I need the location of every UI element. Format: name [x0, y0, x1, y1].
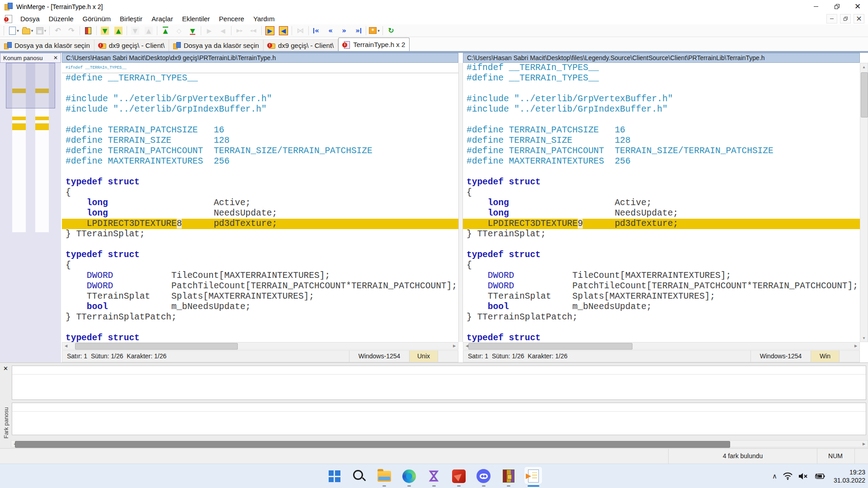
visible-area-overlay[interactable]: [6, 63, 55, 108]
red-app-icon: [452, 469, 466, 483]
restore-icon: [835, 4, 840, 9]
undo-button[interactable]: [51, 25, 65, 37]
dropdown-icon[interactable]: ▾: [31, 28, 33, 33]
last-difference-button[interactable]: [186, 25, 199, 37]
close-button[interactable]: ✕: [847, 0, 868, 13]
tab-terraintype[interactable]: TerrainType.h x 2: [338, 38, 410, 51]
left-horizontal-scrollbar-thumb[interactable]: [75, 343, 238, 350]
diff-pane-close-button[interactable]: ✕: [3, 365, 8, 372]
file-explorer-button[interactable]: [372, 464, 396, 488]
scroll-down-icon[interactable]: ▼: [860, 334, 868, 342]
next-conflict-button[interactable]: [128, 25, 142, 37]
redo-button[interactable]: [65, 25, 78, 37]
left-horizontal-scrollbar[interactable]: ◀ ▶: [62, 342, 458, 350]
menu-item-araclar[interactable]: Araçlar: [147, 13, 178, 24]
visual-studio-button[interactable]: [421, 464, 446, 488]
minimize-button[interactable]: [806, 0, 826, 13]
code-editor-right[interactable]: #ifndef __TERRAIn_TYPES__#define __TERRA…: [463, 63, 860, 342]
first-file-button[interactable]: [310, 25, 324, 37]
pane-splitter[interactable]: [458, 63, 463, 342]
save-button[interactable]: ▾: [34, 25, 48, 37]
winrar-button[interactable]: [496, 464, 521, 488]
taskbar-clock[interactable]: 19:23 31.03.2022: [834, 468, 865, 484]
previous-conflict-button[interactable]: [142, 25, 156, 37]
scroll-left-icon[interactable]: ◀: [62, 343, 70, 349]
dropdown-icon[interactable]: ▾: [44, 28, 47, 33]
battery-icon[interactable]: [814, 473, 825, 480]
dropdown-icon[interactable]: ▾: [17, 28, 19, 33]
winmerge-button[interactable]: [521, 464, 546, 488]
menu-item-yardim[interactable]: Yardım: [249, 13, 279, 24]
discord-button[interactable]: [471, 464, 496, 488]
volume-muted-icon[interactable]: [798, 472, 808, 480]
previous-difference-button[interactable]: [112, 25, 125, 37]
right-horizontal-scrollbar-thumb[interactable]: [468, 343, 632, 350]
edge-button[interactable]: [396, 464, 421, 488]
new-button[interactable]: ▾: [7, 25, 21, 37]
mdi-restore-button[interactable]: [840, 14, 851, 23]
menu-item-gorunum[interactable]: Görünüm: [78, 13, 116, 24]
refresh-button[interactable]: [384, 25, 398, 37]
dropdown-icon[interactable]: ▾: [377, 28, 380, 33]
restore-button[interactable]: [826, 0, 847, 13]
copy-all-left-button[interactable]: [277, 25, 290, 37]
copy-left-advance-button[interactable]: [246, 25, 260, 37]
last-file-button[interactable]: [351, 25, 364, 37]
code-line: TTerainSplat Splats[MAXTERRAINTEXTURES];: [62, 291, 458, 302]
auto-merge-button[interactable]: [293, 25, 307, 37]
menu-item-pencere[interactable]: Pencere: [214, 13, 249, 24]
code-line: #include "../eterlib/GrpIndexBuffer.h": [62, 104, 458, 115]
tab-dx9-gecis-1[interactable]: dx9 geçiş\ - Client\: [94, 39, 169, 51]
copy-right-advance-button[interactable]: [233, 25, 246, 37]
vertical-scrollbar-thumb[interactable]: [861, 72, 868, 117]
location-pane-close-button[interactable]: ✕: [53, 55, 58, 61]
scroll-right-icon[interactable]: ▶: [860, 441, 868, 447]
diff-pane-scrollbar[interactable]: ◀ ▶: [11, 440, 868, 447]
search-button[interactable]: [347, 464, 372, 488]
code-line: #ifndef __TERRAIn_TYPES__: [62, 63, 458, 73]
copy-left-button[interactable]: [216, 25, 230, 37]
scroll-right-icon[interactable]: ▶: [451, 343, 458, 349]
options-button[interactable]: [81, 25, 95, 37]
clock-time: 19:23: [834, 468, 865, 476]
next-difference-button[interactable]: [98, 25, 112, 37]
scroll-right-icon[interactable]: ▶: [852, 343, 859, 349]
open-button[interactable]: ▾: [21, 25, 34, 37]
next-file-button[interactable]: [337, 25, 351, 37]
current-difference-button[interactable]: [172, 25, 186, 37]
right-horizontal-scrollbar[interactable]: ◀ ▶: [463, 342, 860, 350]
tab-folder-select-1[interactable]: Dosya ya da klasör seçin: [0, 39, 94, 51]
tab-dx9-gecis-2[interactable]: dx9 geçiş\ - Client\: [264, 39, 338, 51]
menu-item-duzenle[interactable]: Düzenle: [44, 13, 78, 24]
first-difference-button[interactable]: [159, 25, 172, 37]
code-line: #define TERRAIN_PATCHCOUNT TERRAIN_SIZE/…: [463, 146, 860, 156]
mdi-minimize-button[interactable]: [826, 14, 837, 23]
discord-icon: [476, 469, 491, 483]
diff-pane-right-text[interactable]: [12, 403, 866, 435]
search-icon: [353, 470, 363, 480]
scroll-up-icon[interactable]: ▲: [860, 63, 868, 70]
left-file-path-header[interactable]: C:\Users\Hasan Sabri Macit\Desktop\dx9 g…: [62, 53, 458, 63]
diff-pane-left-text[interactable]: [12, 366, 866, 400]
diff-pane-scrollbar-thumb[interactable]: [15, 441, 730, 448]
code-editor-left[interactable]: #ifndef __TERRAIn_TYPES__#define __TERRA…: [62, 63, 458, 342]
previous-file-button[interactable]: [324, 25, 337, 37]
copy-all-right-button[interactable]: [263, 25, 277, 37]
right-file-path-header[interactable]: C:\Users\Hasan Sabri Macit\Desktop\files…: [463, 53, 860, 63]
menu-item-eklentiler[interactable]: Eklentiler: [178, 13, 215, 24]
menu-item-birlestir[interactable]: Birleştir: [115, 13, 147, 24]
tray-chevron-up-button[interactable]: ∧: [772, 472, 777, 480]
plugins-button[interactable]: ▾: [368, 25, 381, 37]
previous-difference-icon: [114, 27, 123, 35]
code-line: [62, 115, 458, 125]
red-app-button[interactable]: [446, 464, 471, 488]
vertical-scrollbar[interactable]: ▲ ▼: [860, 63, 868, 342]
wifi-icon[interactable]: [783, 472, 793, 480]
mdi-close-button[interactable]: ✕: [854, 14, 864, 23]
copy-right-button[interactable]: [203, 25, 216, 37]
menu-item-dosya[interactable]: Dosya: [16, 13, 44, 24]
code-line: long Active;: [463, 198, 860, 208]
tab-folder-select-2[interactable]: Dosya ya da klasör seçin: [169, 39, 264, 51]
start-button[interactable]: [322, 464, 347, 488]
location-pane[interactable]: [0, 63, 61, 362]
